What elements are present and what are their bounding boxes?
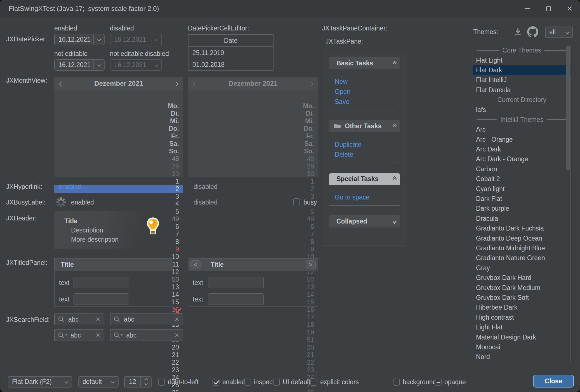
taskpane-link[interactable]: Delete <box>335 149 400 160</box>
theme-item[interactable]: Nord <box>473 352 570 362</box>
download-icon[interactable] <box>514 27 522 37</box>
collapse-icon[interactable] <box>393 125 396 127</box>
spinner-buttons[interactable] <box>140 377 151 387</box>
taskpane-link[interactable]: Duplicate <box>335 139 400 149</box>
table-row[interactable]: 25.11.2019 <box>188 47 273 59</box>
datepicker-combo[interactable]: 16.12.2021 <box>54 34 105 45</box>
calendar-day[interactable]: 16 <box>54 306 183 313</box>
date-table-header[interactable]: Date <box>188 35 273 47</box>
theme-item[interactable]: Arc Dark - Orange <box>473 154 570 164</box>
checkbox-opaque[interactable] <box>435 379 442 386</box>
search-field[interactable]: abc✕ <box>54 329 104 341</box>
search-input[interactable]: abc <box>124 316 171 323</box>
theme-item[interactable]: Flat Darcula <box>473 85 570 95</box>
search-menu-icon[interactable] <box>113 331 124 339</box>
calendar-day[interactable]: 23 <box>54 366 183 374</box>
taskpane-header[interactable]: Special Tasks <box>329 173 400 185</box>
checkbox-ui-defaults[interactable] <box>273 379 280 386</box>
busy-checkbox[interactable] <box>293 198 300 205</box>
close-button[interactable]: ✕ <box>559 0 580 17</box>
theme-item[interactable]: Gradianto Midnight Blue <box>473 243 570 253</box>
close-button[interactable]: Close <box>533 375 574 388</box>
titlebar[interactable]: FlatSwingXTest (Java 17; system scale fa… <box>0 0 580 17</box>
laf-combo[interactable]: Flat Dark (F2) <box>8 376 72 388</box>
theme-item[interactable]: Dark Flat <box>473 194 570 204</box>
theme-item[interactable]: High contrast <box>473 313 570 322</box>
expand-icon[interactable] <box>393 221 396 222</box>
theme-item[interactable]: Arc Dark <box>473 144 570 154</box>
taskpane-link[interactable]: New <box>335 77 400 87</box>
calendar-day[interactable]: 29 <box>54 163 183 170</box>
theme-item[interactable]: Dracula <box>473 214 570 224</box>
theme-item[interactable]: Carbon <box>473 164 570 174</box>
theme-item[interactable]: Flat IntelliJ <box>473 75 570 85</box>
theme-item[interactable]: Hiberbee Dark <box>473 303 570 312</box>
search-input[interactable]: abc <box>70 332 92 339</box>
search-field[interactable]: abc✕ <box>54 313 104 325</box>
theme-item[interactable]: Gray <box>473 263 570 273</box>
theme-item[interactable]: Flat Dark <box>473 65 570 75</box>
search-input[interactable]: abc <box>68 316 92 323</box>
taskpane-link[interactable]: Save <box>335 97 400 107</box>
taskpane-link[interactable]: Go to space <box>335 192 400 202</box>
calendar-day[interactable]: 21 <box>54 351 183 359</box>
theme-item[interactable]: Light Flat <box>473 322 570 332</box>
datepicker-combo[interactable]: 16.12.2021 <box>54 59 105 71</box>
theme-item[interactable]: Monocai <box>473 342 570 352</box>
github-icon[interactable] <box>527 26 538 37</box>
maximize-button[interactable] <box>538 0 559 17</box>
clear-search-icon[interactable]: ✕ <box>171 316 183 323</box>
calendar-day[interactable]: 30 <box>54 170 183 178</box>
calendar-day[interactable]: 20 <box>54 344 183 351</box>
theme-item[interactable]: lafs <box>473 105 570 115</box>
collapse-icon[interactable] <box>393 63 396 64</box>
theme-item[interactable]: Dark purple <box>473 204 570 213</box>
clear-search-icon[interactable]: ✕ <box>92 316 104 323</box>
search-field[interactable]: abc✕ <box>110 329 183 341</box>
collapse-icon[interactable] <box>393 178 396 180</box>
theme-item[interactable]: Gradianto Deep Ocean <box>473 233 570 243</box>
taskpane-link[interactable]: Open <box>335 87 400 97</box>
calendar-day[interactable]: 22 <box>54 359 183 366</box>
taskpane-header[interactable]: Collapsed <box>329 215 400 227</box>
checkbox-explicit-colors[interactable] <box>310 379 317 386</box>
calendar-day[interactable]: 26 <box>54 389 183 392</box>
next-month-button[interactable] <box>174 82 178 87</box>
text-field[interactable] <box>208 277 264 288</box>
theme-item[interactable]: Cobalt 2 <box>473 174 570 184</box>
checkbox-background[interactable] <box>393 379 400 386</box>
theme-item[interactable]: Arc <box>473 125 570 134</box>
checkbox-enabled[interactable] <box>213 379 220 386</box>
search-field[interactable]: abc✕ <box>110 313 183 325</box>
theme-item[interactable]: Gradianto Nature Green <box>473 253 570 263</box>
theme-item[interactable]: Gruvbox Dark Medium <box>473 283 570 293</box>
text-field[interactable] <box>74 277 129 288</box>
minimize-button[interactable] <box>517 0 538 17</box>
hyperlink-enabled[interactable]: enabled <box>59 183 82 191</box>
clear-search-icon[interactable]: ✕ <box>171 332 183 339</box>
checkbox-inspect[interactable] <box>244 379 251 386</box>
next-button[interactable]: > <box>306 260 316 269</box>
text-field[interactable] <box>208 293 264 305</box>
scrollbar-thumb[interactable] <box>566 46 570 170</box>
window-controls: ✕ <box>517 0 580 17</box>
theme-item[interactable]: Gradianto Dark Fuchsia <box>473 224 570 233</box>
checkbox-right-to-left[interactable] <box>158 379 165 386</box>
theme-item[interactable]: Material Design Dark <box>473 332 570 342</box>
search-menu-icon[interactable] <box>57 331 69 339</box>
prev-button[interactable]: < <box>190 260 201 269</box>
theme-item[interactable]: Arc - Orange <box>473 135 570 144</box>
search-input[interactable]: abc <box>126 332 171 339</box>
clear-search-icon[interactable]: ✕ <box>92 332 104 339</box>
theme-item[interactable]: Gruvbox Dark Hard <box>473 273 570 283</box>
table-row[interactable]: 01.02.2018 <box>188 59 273 70</box>
text-field[interactable] <box>74 293 129 305</box>
theme-item[interactable]: Cyan light <box>473 184 570 194</box>
theme-item[interactable]: Flat Light <box>473 55 570 65</box>
font-size-spinner[interactable]: 12 <box>124 376 152 388</box>
theme-item[interactable]: Gruvbox Dark Soft <box>473 293 570 303</box>
font-combo[interactable]: default <box>78 376 119 388</box>
taskpane-header[interactable]: Basic Tasks <box>329 57 400 69</box>
themes-filter-combo[interactable]: all <box>545 27 573 38</box>
taskpane-header[interactable]: Other Tasks <box>329 120 400 132</box>
